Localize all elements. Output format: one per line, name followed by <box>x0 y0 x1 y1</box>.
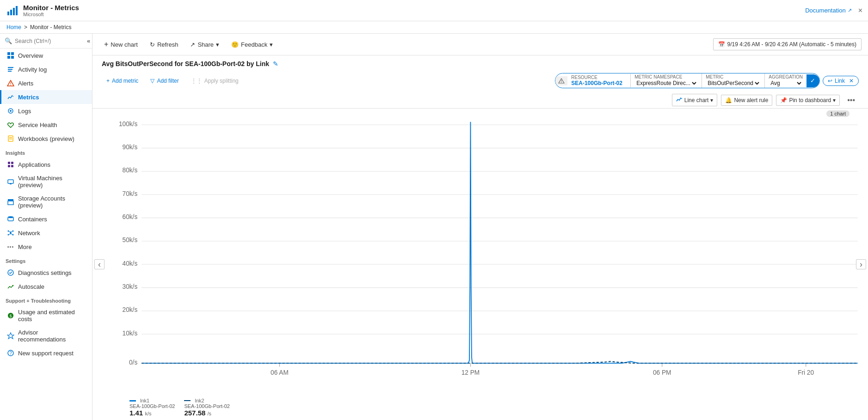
sidebar-item-workbooks[interactable]: Workbooks (preview) <box>0 132 92 146</box>
metric-pill-warning-icon <box>555 76 567 85</box>
metric-link-close-button[interactable]: ✕ <box>849 78 854 84</box>
line-chart-icon <box>676 96 683 104</box>
metric-confirm-button[interactable]: ✓ <box>806 74 819 87</box>
svg-point-28 <box>8 216 13 218</box>
sidebar-item-metrics[interactable]: Metrics <box>0 90 92 104</box>
feedback-icon: 🙂 <box>231 41 239 48</box>
sidebar-item-activity-log[interactable]: Activity log <box>0 62 92 76</box>
svg-rect-19 <box>8 162 10 164</box>
svg-text:50k/s: 50k/s <box>123 237 138 243</box>
sidebar-item-label: Alerts <box>18 80 33 87</box>
pin-to-dashboard-button[interactable]: 📌 Pin to dashboard ▾ <box>776 95 840 106</box>
svg-rect-1 <box>10 10 12 15</box>
breadcrumb-current: Monitor - Metrics <box>30 24 71 30</box>
svg-text:30k/s: 30k/s <box>123 283 138 290</box>
sidebar-item-label: Overview <box>18 52 43 59</box>
svg-rect-6 <box>7 56 10 59</box>
aggregation-select[interactable]: Avg <box>769 79 803 87</box>
add-filter-button[interactable]: ▽ Add filter <box>146 75 183 86</box>
svg-point-15 <box>10 110 12 112</box>
app-branding: Monitor - Metrics Microsoft <box>6 4 79 17</box>
sidebar-item-containers[interactable]: Containers <box>0 212 92 226</box>
svg-text:90k/s: 90k/s <box>123 144 138 151</box>
new-chart-button[interactable]: + New chart <box>99 37 143 51</box>
close-button[interactable]: × <box>858 6 862 15</box>
sidebar-item-label: Containers <box>18 216 47 223</box>
content-area: + New chart ↻ Refresh ↗ Share ▾ 🙂 Feedba… <box>92 34 868 420</box>
sidebar-item-service-health[interactable]: Service Health <box>0 118 92 132</box>
sidebar-item-autoscale[interactable]: Autoscale <box>0 280 92 293</box>
top-bar-right: Documentation ↗ × <box>805 6 862 15</box>
share-button[interactable]: ↗ Share ▾ <box>185 38 224 51</box>
chart-title: Avg BitsOutPerSecond for SEA-100Gb-Port-… <box>102 60 269 67</box>
sidebar-item-label: New support request <box>18 350 74 357</box>
sidebar-item-applications[interactable]: Applications <box>0 158 92 171</box>
sidebar-item-alerts[interactable]: Alerts <box>0 76 92 90</box>
line-chart-button[interactable]: Line chart ▾ <box>672 94 718 106</box>
toolbar: + New chart ↻ Refresh ↗ Share ▾ 🙂 Feedba… <box>92 34 868 55</box>
sidebar-item-storage-accounts[interactable]: Storage Accounts (preview) <box>0 192 92 212</box>
chart-nav-right-button[interactable]: › <box>856 259 866 269</box>
new-alert-rule-button[interactable]: 🔔 New alert rule <box>721 95 772 106</box>
feedback-chevron-icon: ▾ <box>270 41 273 48</box>
add-metric-button[interactable]: + Add metric <box>102 75 143 86</box>
sidebar-item-support-request[interactable]: ? New support request <box>0 346 92 360</box>
virtual-machines-icon <box>7 178 14 185</box>
sidebar-item-more[interactable]: ••• More <box>0 240 92 254</box>
namespace-field: METRIC NAMESPACE ExpressRoute Direc... <box>631 73 702 88</box>
sidebar-item-diagnostics[interactable]: Diagnostics settings <box>0 266 92 280</box>
svg-rect-25 <box>8 201 13 205</box>
advisor-icon <box>7 332 14 340</box>
metric-select[interactable]: BitsOutPerSecond <box>706 79 761 87</box>
metric-link-pill[interactable]: ↩ Link ✕ <box>823 76 859 86</box>
service-health-icon <box>7 121 14 128</box>
apply-splitting-button[interactable]: ⋮⋮ Apply splitting <box>186 75 243 86</box>
aggregation-field: AGGREGATION Avg <box>765 73 806 88</box>
collapse-sidebar-button[interactable]: « <box>87 37 90 44</box>
sidebar-item-virtual-machines[interactable]: Virtual Machines (preview) <box>0 171 92 192</box>
sidebar-item-label: Logs <box>18 108 31 115</box>
documentation-link[interactable]: Documentation ↗ <box>805 7 851 14</box>
svg-rect-17 <box>9 137 12 138</box>
sidebar-item-logs[interactable]: Logs <box>0 104 92 118</box>
feedback-button[interactable]: 🙂 Feedback ▾ <box>226 38 278 51</box>
breadcrumb-home[interactable]: Home <box>6 24 21 30</box>
chart-title-edit-icon[interactable]: ✎ <box>273 60 278 67</box>
sidebar-search-input[interactable] <box>15 38 84 44</box>
metric-select-group: RESOURCE METRIC NAMESPACE ExpressRoute D… <box>567 73 806 88</box>
diagnostics-icon <box>7 269 14 276</box>
legend-lnk1-resource: SEA-100Gb-Port-02 <box>129 403 175 409</box>
sidebar-item-advisor[interactable]: Advisor recommendations <box>0 326 92 346</box>
refresh-icon: ↻ <box>150 41 155 48</box>
pin-chevron-icon: ▾ <box>833 97 836 103</box>
applications-icon <box>7 161 14 168</box>
namespace-select[interactable]: ExpressRoute Direc... <box>634 79 698 87</box>
svg-text:06 AM: 06 AM <box>271 369 289 376</box>
sidebar-item-label: Autoscale <box>18 283 44 290</box>
chart-nav-left-button[interactable]: ‹ <box>94 259 105 269</box>
network-icon <box>7 229 14 237</box>
legend-lnk1-value: 1.41 k/s <box>129 409 175 417</box>
svg-text:10k/s: 10k/s <box>123 330 138 337</box>
sidebar-item-network[interactable]: Network <box>0 226 92 240</box>
activity-log-icon <box>7 66 14 73</box>
support-request-icon: ? <box>7 349 14 357</box>
filter-icon: ▽ <box>150 78 154 84</box>
svg-rect-24 <box>10 183 12 184</box>
plus-icon: + <box>104 40 108 49</box>
sidebar-item-usage-costs[interactable]: $ Usage and estimated costs <box>0 305 92 326</box>
pin-icon: 📌 <box>780 97 787 103</box>
sidebar-item-overview[interactable]: Overview <box>0 49 92 62</box>
main-layout: 🔍 « Overview Activity log Alerts <box>0 34 868 420</box>
resource-input[interactable] <box>571 80 627 86</box>
share-icon: ↗ <box>190 41 195 48</box>
sidebar-item-label: Service Health <box>18 122 57 128</box>
time-range-button[interactable]: 📅 9/19 4:26 AM - 9/20 4:26 AM (Automatic… <box>713 38 862 50</box>
sidebar-item-label: Network <box>18 230 40 237</box>
insights-section-label: Insights <box>0 146 92 158</box>
chart-count-badge: 1 chart <box>826 110 850 117</box>
sidebar-item-label: Workbooks (preview) <box>18 135 74 142</box>
refresh-button[interactable]: ↻ Refresh <box>145 38 184 51</box>
metric-field: METRIC BitsOutPerSecond <box>702 73 765 88</box>
chart-more-button[interactable]: ••• <box>843 94 859 106</box>
